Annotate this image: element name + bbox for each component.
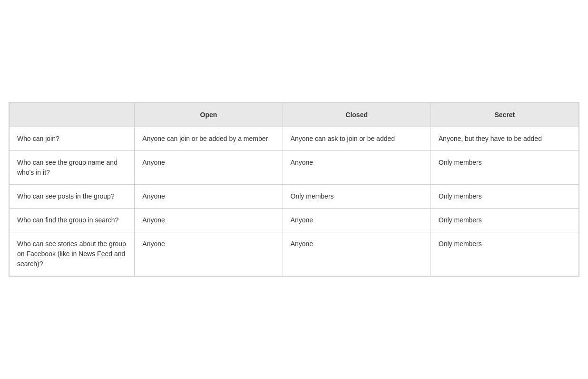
row-open-value: Anyone bbox=[135, 151, 283, 185]
row-open-value: Anyone bbox=[135, 185, 283, 209]
header-open-col: Open bbox=[135, 103, 283, 127]
row-open-value: Anyone can join or be added by a member bbox=[135, 127, 283, 151]
header-row: Open Closed Secret bbox=[10, 103, 579, 127]
row-question: Who can see posts in the group? bbox=[10, 185, 135, 209]
row-closed-value: Anyone can ask to join or be added bbox=[283, 127, 431, 151]
row-secret-value: Only members bbox=[431, 232, 578, 276]
header-secret-col: Secret bbox=[431, 103, 578, 127]
row-secret-value: Anyone, but they have to be added bbox=[431, 127, 578, 151]
header-label-col bbox=[10, 103, 135, 127]
row-secret-value: Only members bbox=[431, 209, 578, 232]
row-secret-value: Only members bbox=[431, 185, 578, 209]
table-row: Who can see stories about the group on F… bbox=[10, 232, 579, 276]
table-row: Who can see posts in the group? Anyone O… bbox=[10, 185, 579, 209]
table-row: Who can see the group name and who's in … bbox=[10, 151, 579, 185]
row-secret-value: Only members bbox=[431, 151, 578, 185]
row-question: Who can see the group name and who's in … bbox=[10, 151, 135, 185]
row-question: Who can find the group in search? bbox=[10, 209, 135, 232]
header-closed-col: Closed bbox=[283, 103, 431, 127]
row-closed-value: Anyone bbox=[283, 232, 431, 276]
row-open-value: Anyone bbox=[135, 209, 283, 232]
row-closed-value: Anyone bbox=[283, 151, 431, 185]
comparison-table: Open Closed Secret Who can join? Anyone … bbox=[9, 102, 579, 277]
row-closed-value: Anyone bbox=[283, 209, 431, 232]
row-open-value: Anyone bbox=[135, 232, 283, 276]
row-question: Who can see stories about the group on F… bbox=[10, 232, 135, 276]
row-closed-value: Only members bbox=[283, 185, 431, 209]
row-question: Who can join? bbox=[10, 127, 135, 151]
table-row: Who can find the group in search? Anyone… bbox=[10, 209, 579, 232]
table-row: Who can join? Anyone can join or be adde… bbox=[10, 127, 579, 151]
